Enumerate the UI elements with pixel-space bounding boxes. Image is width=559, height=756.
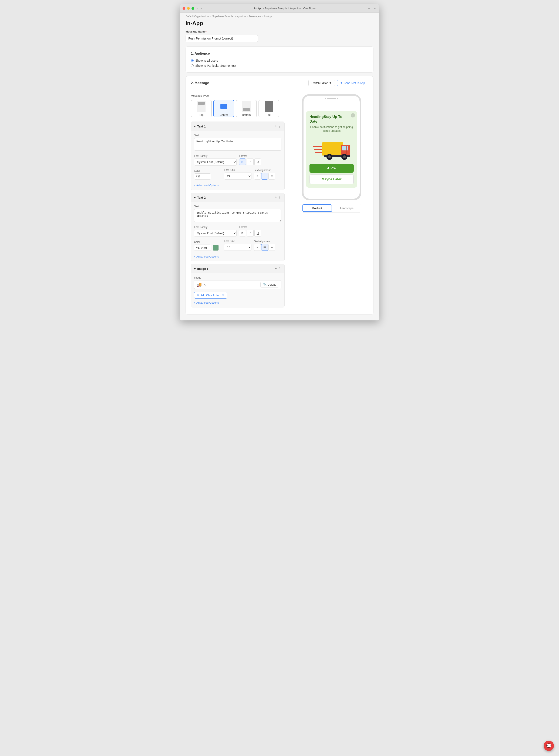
text2-italic-btn[interactable]: I <box>247 230 253 236</box>
audience-card: 1. Audience Show to all users Show to Pa… <box>185 46 374 73</box>
text1-add-icon[interactable]: + <box>275 124 277 128</box>
breadcrumb-messages[interactable]: Messages <box>249 15 261 18</box>
send-icon: ✈ <box>340 82 343 85</box>
text2-add-icon[interactable]: + <box>275 196 277 200</box>
menu-button[interactable]: ≡ <box>373 6 376 11</box>
text1-alignment-label: Text Alignment <box>254 169 282 172</box>
minimize-window-btn[interactable] <box>187 7 190 10</box>
text1-align-right-btn[interactable]: ≡ <box>268 173 275 180</box>
text2-text-input[interactable]: Enable notifications to get shipping sta… <box>194 209 282 222</box>
text1-text-label: Text <box>194 134 282 137</box>
in-app-allow-btn[interactable]: Allow <box>310 164 354 173</box>
in-app-later-btn[interactable]: Maybe Later <box>310 175 354 184</box>
back-button[interactable]: ‹ <box>196 6 199 11</box>
text1-font-family-label: Font Family <box>194 155 237 157</box>
chat-support-button[interactable]: 💬 <box>544 741 554 751</box>
text1-color-input[interactable] <box>194 174 211 180</box>
message-name-label: Message Name* <box>185 30 374 33</box>
message-section-title: 2. Message <box>191 81 209 85</box>
text1-format-label: Format <box>239 155 282 157</box>
text2-title: Text 2 <box>197 196 205 199</box>
type-top[interactable]: Top <box>191 100 212 117</box>
text2-color-swatch[interactable] <box>213 245 219 251</box>
image-remove-icon[interactable]: ✕ <box>203 283 206 287</box>
chevron-down-icon: ▼ <box>222 294 224 297</box>
text2-advanced-toggle[interactable]: › Advanced Options <box>194 255 282 258</box>
phone-preview: × HeadingStay Up To Date Enable notifica… <box>302 94 361 200</box>
close-window-btn[interactable] <box>183 7 185 10</box>
in-app-heading: HeadingStay Up To Date <box>310 115 354 124</box>
text1-advanced-toggle[interactable]: › Advanced Options <box>194 184 282 187</box>
text2-align-center-btn[interactable]: ☰ <box>261 244 268 251</box>
in-app-close-btn[interactable]: × <box>351 113 355 117</box>
switch-editor-button[interactable]: Switch Editor ▼ <box>308 80 335 86</box>
forward-button[interactable]: › <box>200 6 203 11</box>
text1-header[interactable]: ▾ Text 1 + ⋮ <box>191 122 284 131</box>
text2-color-label: Color <box>194 240 222 244</box>
text2-header[interactable]: ▾ Text 2 + ⋮ <box>191 193 284 202</box>
upload-button[interactable]: 📎 Upload <box>260 282 279 288</box>
image-thumbnail-icon: 🚚 <box>196 282 202 287</box>
message-name-input[interactable] <box>185 35 258 42</box>
text1-underline-btn[interactable]: U <box>254 159 261 165</box>
svg-rect-5 <box>342 146 348 151</box>
text1-font-size-label: Font Size <box>224 168 251 171</box>
text1-color-label: Color <box>194 169 222 172</box>
text2-align-left-btn[interactable]: ≡ <box>254 244 261 251</box>
image1-header[interactable]: ▾ Image 1 + ⋮ <box>191 264 284 273</box>
type-bottom[interactable]: Bottom <box>236 100 257 117</box>
svg-rect-3 <box>322 142 343 156</box>
landscape-tab[interactable]: Landscape <box>332 204 361 212</box>
image1-advanced-toggle[interactable]: › Advanced Options <box>194 301 282 304</box>
portrait-tab[interactable]: Portrait <box>303 204 332 212</box>
send-test-button[interactable]: ✈ Send Test In-App <box>337 80 368 86</box>
page-title: In-App <box>185 20 374 27</box>
text1-align-center-btn[interactable]: ☰ <box>261 173 268 180</box>
text1-text-input[interactable]: HeadingStay Up To Date <box>194 138 282 151</box>
breadcrumb-integration[interactable]: Supabase Sample Integration <box>212 15 246 18</box>
image1-label: Image <box>194 276 282 279</box>
image1-add-icon[interactable]: + <box>275 267 277 271</box>
image1-title: Image 1 <box>197 267 208 271</box>
add-click-action-button[interactable]: ⊕ Add Click Action ▼ <box>194 292 227 299</box>
breadcrumb-current: In-App <box>264 15 272 18</box>
svg-point-11 <box>343 155 346 158</box>
message-type-label: Message Type <box>191 94 285 97</box>
text1-italic-btn[interactable]: I <box>247 159 253 165</box>
audience-segment[interactable]: Show to Particular Segment(s) <box>191 64 368 67</box>
text1-align-left-btn[interactable]: ≡ <box>254 173 261 180</box>
text1-advanced-chevron: › <box>194 184 195 187</box>
text1-more-icon[interactable]: ⋮ <box>278 124 282 128</box>
text2-align-right-btn[interactable]: ≡ <box>268 244 275 251</box>
chevron-down-icon: ▼ <box>329 82 332 85</box>
text1-bold-btn[interactable]: B <box>239 159 246 165</box>
breadcrumb-org[interactable]: Default Organization <box>185 15 209 18</box>
image1-advanced-chevron: › <box>194 301 195 304</box>
text2-font-family-label: Font Family <box>194 226 237 229</box>
new-tab-button[interactable]: + <box>367 6 371 11</box>
type-center[interactable]: Center <box>214 100 234 117</box>
type-full-label: Full <box>267 113 271 116</box>
type-top-label: Top <box>199 113 204 116</box>
text2-format-label: Format <box>239 226 282 229</box>
message-section: 2. Message Switch Editor ▼ ✈ Send Test I… <box>185 76 374 315</box>
text2-bold-btn[interactable]: B <box>239 230 246 236</box>
image1-more-icon[interactable]: ⋮ <box>278 267 282 271</box>
chat-icon: 💬 <box>546 743 552 748</box>
type-center-label: Center <box>220 113 228 116</box>
type-full[interactable]: Full <box>259 100 279 117</box>
text2-color-input[interactable] <box>194 245 211 251</box>
text2-block: ▾ Text 2 + ⋮ Text <box>191 193 285 261</box>
text1-title: Text 1 <box>197 125 205 128</box>
maximize-window-btn[interactable] <box>192 7 194 10</box>
text2-font-family-select[interactable]: System Font (Default) <box>194 230 237 237</box>
text2-underline-btn[interactable]: U <box>254 230 261 236</box>
audience-all-users[interactable]: Show to all users <box>191 59 368 62</box>
text2-font-size-select[interactable]: 18 <box>224 244 251 251</box>
text1-font-size-select[interactable]: 24 <box>224 173 251 180</box>
image1-block: ▾ Image 1 + ⋮ Image <box>191 264 285 307</box>
upload-icon: 📎 <box>263 283 267 286</box>
text1-font-family-select[interactable]: System Font (Default) <box>194 159 237 165</box>
text2-advanced-chevron: › <box>194 255 195 258</box>
text2-more-icon[interactable]: ⋮ <box>278 196 282 200</box>
